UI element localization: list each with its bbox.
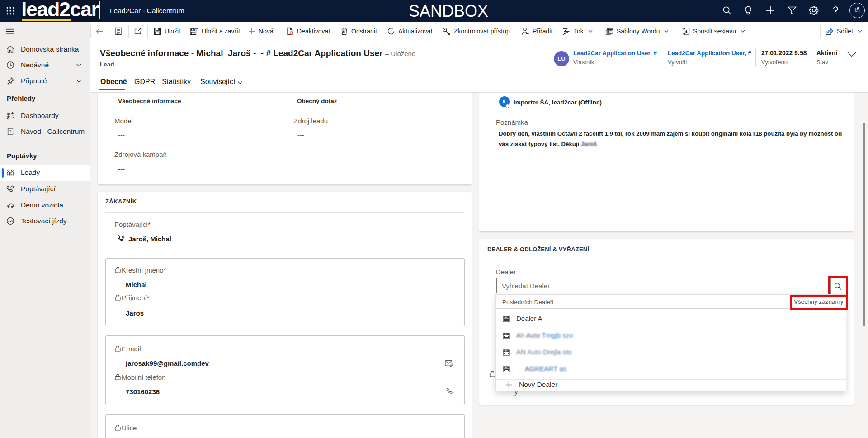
svg-text:?: ? xyxy=(9,129,11,134)
